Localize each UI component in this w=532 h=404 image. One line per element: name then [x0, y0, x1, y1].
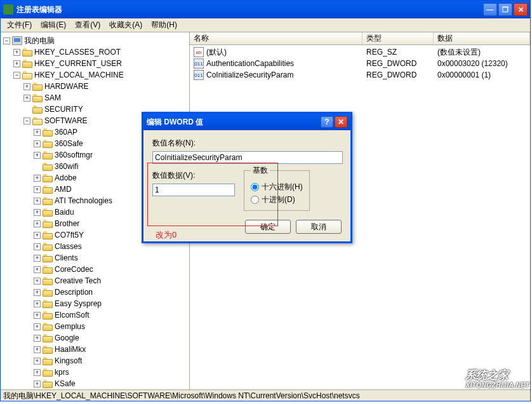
close-button[interactable]: ✕ [514, 3, 528, 16]
tree-hkcu[interactable]: +HKEY_CURRENT_USER [13, 58, 189, 69]
tree-item[interactable]: +Gemplus [34, 321, 189, 332]
expand-icon[interactable]: + [34, 198, 41, 205]
titlebar[interactable]: 注册表编辑器 — ❐ ✕ [1, 1, 530, 18]
tree-item[interactable]: +Kingsoft [34, 355, 189, 367]
tree-item[interactable]: +HaaliMkx [34, 344, 189, 355]
dialog-titlebar[interactable]: 编辑 DWORD 值 ? ✕ [143, 114, 350, 130]
dword-value-icon: 011 [194, 70, 204, 80]
folder-icon [43, 220, 53, 228]
col-type[interactable]: 类型 [362, 32, 434, 44]
computer-icon [12, 36, 22, 45]
expand-icon[interactable]: + [34, 380, 41, 387]
expand-icon[interactable]: + [34, 289, 41, 296]
dialog-help-button[interactable]: ? [321, 116, 333, 128]
no-expand-icon [34, 163, 41, 170]
edit-dword-dialog: 编辑 DWORD 值 ? ✕ 数值名称(N): 数值数据(V): 基数 十六进制… [142, 112, 352, 243]
folder-icon [22, 48, 32, 57]
folder-icon [43, 163, 53, 171]
folder-icon [43, 311, 53, 320]
collapse-icon[interactable]: − [13, 72, 20, 79]
expand-icon[interactable]: + [34, 129, 41, 136]
expand-icon[interactable]: + [34, 323, 41, 330]
folder-icon [32, 83, 43, 91]
tree-hardware[interactable]: +HARDWARE [23, 81, 189, 92]
minimize-button[interactable]: — [483, 3, 497, 16]
expand-icon[interactable]: + [34, 255, 41, 262]
radio-hex[interactable] [251, 183, 259, 191]
ok-button[interactable]: 确定 [245, 220, 291, 234]
tree-hklm[interactable]: −HKEY_LOCAL_MACHINE [13, 69, 189, 81]
tree-item[interactable]: +KSafe [34, 378, 189, 389]
expand-icon[interactable]: + [34, 369, 41, 376]
tree-item[interactable]: +ElcomSoft [34, 309, 189, 321]
folder-icon [43, 197, 53, 205]
list-row[interactable]: 011AuthenticationCapabilitiesREG_DWORD0x… [190, 58, 530, 69]
dialog-title: 编辑 DWORD 值 [147, 117, 321, 128]
menu-view[interactable]: 查看(V) [71, 18, 104, 32]
expand-icon[interactable]: + [34, 243, 41, 250]
expand-icon[interactable]: + [34, 346, 41, 353]
collapse-icon[interactable]: − [23, 118, 30, 125]
tree-item[interactable]: +kprs [34, 367, 189, 378]
menu-favorites[interactable]: 收藏夹(A) [105, 18, 146, 32]
string-value-icon: ab [194, 47, 204, 57]
expand-icon[interactable]: + [34, 278, 41, 285]
dialog-close-button[interactable]: ✕ [335, 116, 347, 128]
base-group: 基数 十六进制(H) 十进制(D) [244, 165, 310, 211]
expand-icon[interactable]: + [34, 232, 41, 239]
annotation-text: 改为0 [156, 229, 176, 241]
radio-dec[interactable] [251, 196, 259, 204]
tree-item[interactable]: +Creative Tech [34, 275, 189, 286]
folder-icon [43, 208, 53, 217]
folder-icon [43, 323, 53, 331]
col-name[interactable]: 名称 [190, 32, 362, 44]
base-legend: 基数 [251, 165, 270, 176]
expand-icon[interactable]: + [23, 83, 30, 90]
col-data[interactable]: 数据 [434, 32, 530, 44]
expand-icon[interactable]: + [34, 175, 41, 182]
value-name-field[interactable] [152, 151, 343, 164]
tree-item[interactable]: +CoreCodec [34, 264, 189, 275]
value-data-field[interactable] [152, 184, 235, 196]
value-data-label: 数值数据(V): [152, 170, 235, 181]
expand-icon[interactable]: + [34, 300, 41, 307]
folder-icon [43, 266, 53, 274]
menu-edit[interactable]: 编辑(E) [37, 18, 70, 32]
tree-hkcr[interactable]: +HKEY_CLASSES_ROOT [13, 46, 189, 58]
tree-item[interactable]: +Clients [34, 252, 189, 264]
menubar: 文件(F) 编辑(E) 查看(V) 收藏夹(A) 帮助(H) [1, 18, 530, 32]
window-title: 注册表编辑器 [17, 4, 483, 15]
folder-icon [43, 288, 53, 297]
app-icon [3, 4, 13, 15]
tree-item[interactable]: +Description [34, 286, 189, 298]
tree-sam[interactable]: +SAM [23, 92, 189, 104]
expand-icon[interactable]: + [34, 335, 41, 342]
folder-icon [43, 128, 53, 137]
tree-root[interactable]: − 我的电脑 [3, 35, 189, 46]
folder-open-icon [32, 117, 43, 125]
folder-icon [43, 185, 53, 194]
maximize-button[interactable]: ❐ [498, 3, 512, 16]
expand-icon[interactable]: + [13, 49, 20, 56]
list-row[interactable]: 011CoInitializeSecurityParamREG_DWORD0x0… [190, 69, 530, 81]
tree-item[interactable]: +Google [34, 332, 189, 344]
menu-help[interactable]: 帮助(H) [147, 18, 181, 32]
expand-icon[interactable]: + [34, 266, 41, 273]
expand-icon[interactable]: + [34, 220, 41, 227]
menu-file[interactable]: 文件(F) [3, 18, 36, 32]
list-row[interactable]: ab(默认)REG_SZ(数值未设置) [190, 46, 530, 58]
folder-icon [43, 277, 53, 285]
expand-icon[interactable]: + [34, 312, 41, 319]
collapse-icon[interactable]: − [3, 37, 10, 44]
expand-icon[interactable]: + [34, 152, 41, 159]
cancel-button[interactable]: 取消 [296, 220, 342, 234]
folder-icon [43, 368, 53, 377]
expand-icon[interactable]: + [23, 95, 30, 102]
expand-icon[interactable]: + [34, 209, 41, 216]
folder-icon [32, 94, 43, 102]
expand-icon[interactable]: + [34, 140, 41, 147]
tree-item[interactable]: +Easy Sysprep [34, 298, 189, 309]
expand-icon[interactable]: + [34, 186, 41, 193]
expand-icon[interactable]: + [34, 358, 41, 365]
expand-icon[interactable]: + [13, 60, 20, 67]
